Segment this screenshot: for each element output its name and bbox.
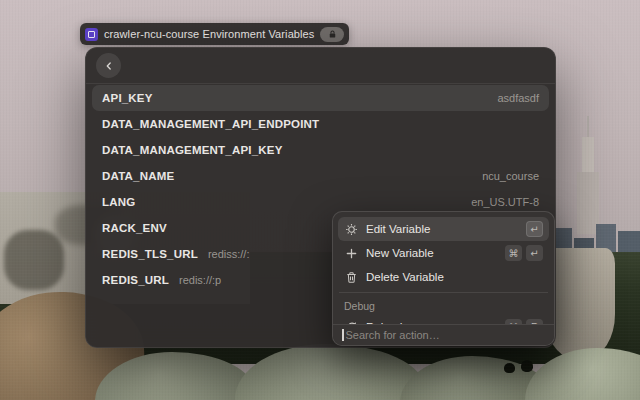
graffiti-mark (4, 230, 64, 290)
panel-divider (339, 292, 548, 293)
env-var-name: DATA_NAME (102, 170, 174, 182)
lock-icon (327, 29, 338, 40)
env-var-value: asdfasdf (497, 92, 539, 104)
env-var-row-data-name[interactable]: DATA_NAME ncu_course (92, 163, 549, 189)
env-var-row-api-key[interactable]: API_KEY asdfasdf (92, 85, 549, 111)
actions-panel: Edit Variable ↵ New Variable ⌘ ↵ (332, 211, 555, 346)
bird-silhouette (521, 360, 533, 372)
shortcut-chips: ⌘ ↵ (505, 245, 543, 261)
env-var-row-data-management-api-endpoint[interactable]: DATA_MANAGEMENT_API_ENDPOINT (92, 111, 549, 137)
action-label: Delete Variable (366, 271, 444, 283)
env-var-name: API_KEY (102, 92, 153, 104)
screen: crawler-ncu-course Environment Variables… (0, 0, 640, 400)
action-label: Edit Variable (366, 223, 430, 235)
env-var-name: RACK_ENV (102, 222, 167, 234)
plus-icon (344, 247, 358, 260)
return-key-chip: ↵ (526, 221, 543, 237)
trash-icon (344, 271, 358, 284)
action-edit-variable[interactable]: Edit Variable ↵ (338, 217, 549, 241)
extension-icon (85, 28, 98, 41)
badge-title: crawler-ncu-course Environment Variables (104, 28, 314, 40)
env-var-name: LANG (102, 196, 135, 208)
shortcut-chips: ↵ (526, 221, 543, 237)
bird-silhouette (504, 363, 515, 373)
action-label: New Variable (366, 247, 434, 259)
window-header (86, 48, 555, 84)
gear-icon (344, 223, 358, 236)
action-new-variable[interactable]: New Variable ⌘ ↵ (338, 241, 549, 265)
env-var-value: ncu_course (482, 170, 539, 182)
lock-pill (320, 27, 344, 42)
search-placeholder: Search for action… (346, 329, 440, 341)
window-title-badge[interactable]: crawler-ncu-course Environment Variables (80, 23, 349, 45)
action-delete-variable[interactable]: Delete Variable (338, 265, 549, 289)
return-key-chip: ↵ (526, 245, 543, 261)
env-var-value: en_US.UTF-8 (471, 196, 539, 208)
debug-section-label: Debug (338, 296, 549, 315)
command-key-chip: ⌘ (505, 245, 522, 261)
action-search-input[interactable]: Search for action… (333, 324, 554, 345)
env-var-name: REDIS_TLS_URL (102, 248, 198, 260)
env-var-name: DATA_MANAGEMENT_API_ENDPOINT (102, 118, 319, 130)
chevron-left-icon (103, 60, 115, 72)
text-cursor (342, 329, 344, 341)
env-var-row-data-management-api-key[interactable]: DATA_MANAGEMENT_API_KEY (92, 137, 549, 163)
env-var-name: DATA_MANAGEMENT_API_KEY (102, 144, 283, 156)
back-button[interactable] (96, 53, 121, 78)
env-var-name: REDIS_URL (102, 274, 169, 286)
env-var-subtitle: redis://:p (179, 274, 221, 286)
env-var-subtitle: rediss://: (208, 248, 250, 260)
actions-panel-body: Edit Variable ↵ New Variable ⌘ ↵ (333, 212, 554, 339)
skyscraper-upper (582, 137, 594, 177)
